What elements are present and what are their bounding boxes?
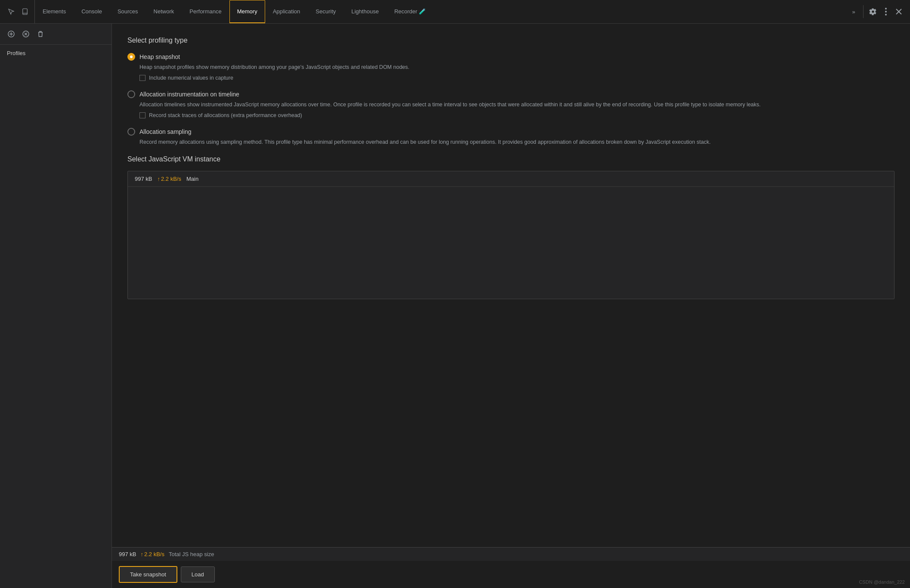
vm-name: Main [186,176,198,182]
allocation-sampling-header: Allocation sampling [127,128,895,136]
select-vm-title: Select JavaScript VM instance [127,155,895,163]
include-numerical-label: Include numerical values in capture [149,75,233,81]
more-options-icon[interactable] [881,6,891,17]
svg-rect-0 [23,9,28,15]
take-snapshot-button[interactable]: Take snapshot [119,566,177,583]
close-icon[interactable] [894,6,904,17]
allocation-sampling-option: Allocation sampling Record memory alloca… [127,128,895,146]
footer-label: Total JS heap size [169,551,214,557]
allocation-instrumentation-desc: Allocation timelines show instrumented J… [139,101,895,109]
heap-snapshot-sub-option: Include numerical values in capture [139,75,895,81]
device-icon[interactable] [20,6,30,17]
sidebar: Profiles [0,24,112,588]
footer-rate-value: 2.2 kB/s [144,551,164,557]
tab-elements[interactable]: Elements [35,0,74,23]
vm-instance-row[interactable]: 997 kB ↑ 2.2 kB/s Main [128,171,894,187]
more-tabs-button[interactable]: » [848,6,859,17]
allocation-sampling-desc: Record memory allocations using sampling… [139,138,895,146]
footer-rate-arrow: ↑ [140,551,143,557]
heap-snapshot-label: Heap snapshot [139,53,180,60]
vm-rate: ↑ 2.2 kB/s [157,176,181,182]
main-layout: Profiles Select profiling type Heap snap… [0,24,910,588]
tab-bar: Elements Console Sources Network Perform… [0,0,910,24]
watermark: CSDN @dandan_222 [859,579,905,585]
tab-security[interactable]: Security [308,0,344,23]
vm-empty-space [128,187,894,299]
main-tabs: Elements Console Sources Network Perform… [35,0,844,23]
svg-point-3 [885,11,887,12]
include-numerical-checkbox[interactable] [139,75,145,81]
vm-memory: 997 kB [135,176,152,182]
footer-status: 997 kB ↑ 2.2 kB/s Total JS heap size [112,547,910,561]
rate-arrow: ↑ [157,176,160,182]
footer-memory: 997 kB [119,551,136,557]
content: Select profiling type Heap snapshot Heap… [112,24,910,547]
svg-point-2 [885,8,887,9]
tab-recorder[interactable]: Recorder 🧪 [387,0,433,23]
select-profiling-title: Select profiling type [127,37,895,44]
devtools-icon-group [2,0,35,23]
allocation-sampling-label: Allocation sampling [139,128,192,135]
heap-snapshot-radio[interactable] [127,53,135,61]
allocation-instrumentation-label: Allocation instrumentation on timeline [139,91,239,98]
tab-console[interactable]: Console [74,0,110,23]
content-area: Select profiling type Heap snapshot Heap… [112,24,910,588]
svg-point-4 [885,14,887,15]
tab-memory[interactable]: Memory [229,0,265,23]
profiles-label: Profiles [0,45,111,62]
cancel-icon[interactable] [20,28,32,40]
settings-icon[interactable] [868,6,878,17]
tab-sources[interactable]: Sources [110,0,146,23]
heap-snapshot-desc: Heap snapshot profiles show memory distr… [139,63,895,71]
record-stack-traces-checkbox[interactable] [139,112,145,118]
footer-rate: ↑ 2.2 kB/s [140,551,164,557]
tab-performance[interactable]: Performance [182,0,229,23]
load-button[interactable]: Load [181,566,215,582]
new-profile-icon[interactable] [5,28,17,40]
allocation-sampling-radio[interactable] [127,128,135,136]
allocation-instrumentation-radio[interactable] [127,90,135,98]
heap-snapshot-header: Heap snapshot [127,53,895,61]
clear-profiles-icon[interactable] [34,28,46,40]
tab-network[interactable]: Network [146,0,182,23]
action-buttons: Take snapshot Load [112,561,910,588]
allocation-instrumentation-option: Allocation instrumentation on timeline A… [127,90,895,118]
sidebar-toolbar [0,24,111,45]
tab-lighthouse[interactable]: Lighthouse [344,0,387,23]
record-stack-traces-label: Record stack traces of allocations (extr… [149,112,302,118]
tab-application[interactable]: Application [265,0,308,23]
allocation-instrumentation-header: Allocation instrumentation on timeline [127,90,895,98]
inspect-icon[interactable] [6,6,16,17]
allocation-instrumentation-sub-option: Record stack traces of allocations (extr… [139,112,895,118]
tab-right-controls: » [844,5,908,18]
separator [863,5,864,18]
vm-rate-value: 2.2 kB/s [161,176,181,182]
vm-instance-box: 997 kB ↑ 2.2 kB/s Main [127,171,895,299]
heap-snapshot-option: Heap snapshot Heap snapshot profiles sho… [127,53,895,81]
